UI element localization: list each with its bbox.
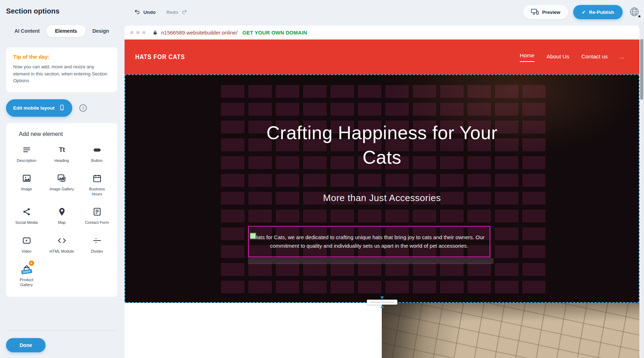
redo-button[interactable]: Redo <box>167 9 188 16</box>
button-icon <box>91 144 103 155</box>
window-scrollbar[interactable] <box>639 21 644 358</box>
element-button[interactable]: Button <box>79 144 115 163</box>
hero-subheading[interactable]: More than Just Accessories <box>125 193 639 204</box>
tip-body: Now you can add, move and resize any ele… <box>13 63 110 84</box>
element-html-module[interactable]: HTML Module <box>44 235 79 254</box>
edit-mobile-layout-label: Edit mobile layout <box>13 105 54 111</box>
hero-paragraph-text: Hats for Cats, we are dedicated to craft… <box>253 233 485 250</box>
element-map[interactable]: Map <box>44 206 79 225</box>
map-pin-icon <box>56 206 68 217</box>
resize-arrow-up-icon <box>380 305 384 308</box>
nav-contact-us[interactable]: Contact us <box>581 53 608 60</box>
hero-paragraph-selected[interactable]: Hats for Cats, we are dedicated to craft… <box>248 226 490 257</box>
nav-more-icon[interactable]: ... <box>620 53 624 60</box>
browser-bar: n1566589.websitebuilder.online/ GET YOUR… <box>125 26 639 40</box>
next-section-blank <box>125 303 382 358</box>
check-icon: ✓ <box>582 9 586 15</box>
tip-title: Tip of the day: <box>13 54 110 60</box>
tip-of-the-day-card: Tip of the day: Now you can add, move an… <box>6 47 117 92</box>
sidebar-title: Section options <box>6 7 117 15</box>
element-divider[interactable]: Divider <box>79 235 115 254</box>
image-gallery-icon <box>56 173 68 184</box>
image-icon <box>21 173 33 184</box>
sidebar-divider <box>6 330 117 331</box>
hero-paragraph-ghost <box>248 258 493 264</box>
element-video[interactable]: Video <box>9 235 44 254</box>
video-icon <box>21 235 33 246</box>
main-area: Undo Redo Preview ✓ R <box>123 0 644 358</box>
tab-design[interactable]: Design <box>88 25 114 37</box>
top-actions: Preview ✓ Re-Publish <box>523 5 641 19</box>
element-grid: Description Tt Heading Button Ima <box>9 144 115 288</box>
element-image[interactable]: Image <box>9 173 44 197</box>
site-header: HATS FOR CATS Home About Us Contact us .… <box>125 40 639 74</box>
redo-label: Redo <box>167 10 179 15</box>
element-business-hours[interactable]: Business Hours <box>79 173 115 197</box>
preview-button[interactable]: Preview <box>523 5 568 19</box>
info-icon[interactable]: i <box>79 104 87 112</box>
sidebar-tabs: AI Content Elements Design <box>6 25 117 37</box>
site-url: n1566589.websitebuilder.online/ <box>161 30 237 36</box>
redo-icon <box>181 9 188 16</box>
element-product-gallery[interactable]: + SHOP Product Gallery <box>9 264 44 288</box>
cobblestone-photo <box>382 303 639 358</box>
element-image-gallery[interactable]: Image Gallery <box>44 173 79 197</box>
lock-icon <box>153 30 158 35</box>
upgrade-badge-icon: + <box>29 260 34 266</box>
divider-icon <box>91 235 103 246</box>
description-icon <box>21 144 33 155</box>
tab-elements[interactable]: Elements <box>46 25 86 37</box>
globe-notification-dot <box>638 15 640 17</box>
hero-section-selected[interactable]: Crafting Happiness for Your Cats More th… <box>125 74 639 303</box>
done-button[interactable]: Done <box>6 338 46 352</box>
republish-button[interactable]: ✓ Re-Publish <box>573 5 623 19</box>
browser-dots-icon <box>130 31 146 34</box>
history-controls: Undo Redo <box>134 9 188 16</box>
language-globe-button[interactable] <box>628 5 641 19</box>
app-root: Section options AI Content Elements Desi… <box>0 0 644 358</box>
add-element-panel: Add new element Description Tt Heading <box>6 123 117 297</box>
resize-handle-bar <box>367 300 397 305</box>
site-logo[interactable]: HATS FOR CATS <box>135 53 185 61</box>
tab-ai-content[interactable]: AI Content <box>10 25 45 37</box>
element-heading[interactable]: Tt Heading <box>44 144 79 163</box>
heading-icon: Tt <box>56 144 68 155</box>
devices-icon <box>531 9 539 16</box>
next-section <box>125 303 639 358</box>
phone-icon <box>59 104 65 112</box>
section-resize-handle[interactable] <box>367 296 397 308</box>
hero-heading[interactable]: Crafting Happiness for Your Cats <box>252 121 512 170</box>
element-social-media[interactable]: Social Media <box>9 206 44 225</box>
nav-home[interactable]: Home <box>520 52 534 62</box>
undo-button[interactable]: Undo <box>134 9 156 16</box>
get-domain-link[interactable]: GET YOUR OWN DOMAIN <box>242 30 307 36</box>
product-gallery-icon: + SHOP <box>21 264 33 274</box>
preview-label: Preview <box>542 10 560 15</box>
topbar: Undo Redo Preview ✓ R <box>123 0 644 26</box>
edit-mobile-layout-button[interactable]: Edit mobile layout <box>6 99 72 117</box>
republish-label: Re-Publish <box>589 10 614 15</box>
section-options-sidebar: Section options AI Content Elements Desi… <box>0 0 123 358</box>
scrollbar-thumb[interactable] <box>640 39 643 100</box>
resize-arrow-down-icon <box>380 296 384 299</box>
site-canvas: n1566589.websitebuilder.online/ GET YOUR… <box>125 26 639 358</box>
add-element-title: Add new element <box>9 131 115 137</box>
undo-icon <box>134 9 141 16</box>
mobile-layout-row: Edit mobile layout i <box>6 99 117 117</box>
site-preview: HATS FOR CATS Home About Us Contact us .… <box>125 40 639 358</box>
html-code-icon <box>56 235 68 246</box>
element-drag-handle[interactable] <box>250 233 256 239</box>
undo-label: Undo <box>143 10 156 15</box>
business-hours-icon <box>91 173 103 184</box>
element-description[interactable]: Description <box>9 144 44 163</box>
element-contact-form[interactable]: Contact Form <box>79 206 115 225</box>
contact-form-icon <box>91 206 103 217</box>
social-media-icon <box>21 206 33 217</box>
nav-about-us[interactable]: About Us <box>547 53 569 60</box>
site-nav: Home About Us Contact us ... <box>520 52 624 62</box>
